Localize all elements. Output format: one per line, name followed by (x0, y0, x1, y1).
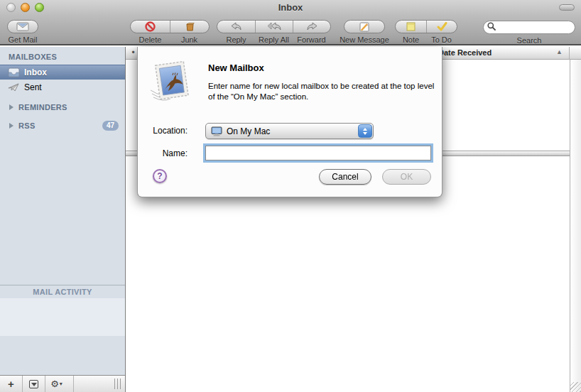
note-icon (406, 22, 416, 31)
mail-window: Inbox Get Mail Delete Junk (0, 0, 581, 392)
forward-icon (306, 22, 318, 31)
disclosure-triangle-icon[interactable] (9, 123, 13, 129)
junk-button[interactable] (170, 21, 209, 33)
mail-activity-content (0, 298, 125, 336)
new-message-icon (344, 21, 384, 33)
sidebar-resize-handle[interactable] (114, 379, 121, 389)
delete-junk-group: Delete Junk (130, 20, 210, 44)
dialog-title: New Mailbox (208, 62, 264, 73)
forward-button[interactable] (293, 21, 330, 33)
vertical-scrollbar[interactable] (570, 60, 581, 392)
window-resize-grip[interactable] (570, 382, 581, 392)
mail-app-icon (148, 58, 197, 107)
search-box: Search (483, 20, 575, 45)
disclosure-triangle-icon[interactable] (9, 104, 13, 110)
toolbar-toggle-button[interactable] (559, 4, 575, 11)
sidebar-item-sent[interactable]: Sent (0, 80, 125, 94)
mailbox-name-input[interactable] (205, 146, 431, 160)
mail-activity-header: MAIL ACTIVITY (0, 285, 125, 298)
to-do-icon (437, 22, 447, 31)
junk-icon (185, 21, 195, 32)
note-todo-group: Note To Do (395, 20, 457, 44)
reply-all-icon (267, 22, 281, 31)
get-mail-icon (8, 21, 38, 33)
rss-count-badge: 47 (102, 121, 119, 131)
new-message-button[interactable]: New Message (336, 20, 393, 44)
to-do-button[interactable] (426, 21, 457, 33)
dialog-message: Enter name for new local mailbox to be c… (208, 81, 437, 102)
mail-activity-panel: MAIL ACTIVITY (0, 285, 125, 375)
search-icon (487, 22, 496, 31)
sort-ascending-icon: ▲ (556, 48, 563, 55)
computer-icon (211, 126, 222, 136)
action-menu-button[interactable]: ⚙▾ (45, 376, 67, 392)
sidebar-group-reminders[interactable]: REMINDERS (0, 101, 125, 113)
date-received-column-header[interactable]: Date Received (438, 48, 492, 57)
delete-icon (145, 21, 156, 32)
location-label: Location: (132, 126, 188, 136)
delete-button[interactable] (131, 21, 170, 33)
sidebar-group-rss[interactable]: RSS 47 (0, 119, 125, 131)
popup-stepper-icon (358, 124, 372, 138)
name-label: Name: (132, 148, 188, 158)
reader-pane-icon (29, 380, 38, 388)
search-input[interactable] (483, 21, 575, 34)
mailboxes-header: MAILBOXES (9, 53, 57, 61)
note-button[interactable] (396, 21, 426, 33)
inbox-icon (8, 67, 20, 77)
location-popup[interactable]: On My Mac (205, 123, 374, 139)
gear-icon: ⚙ (50, 379, 59, 389)
sidebar-bottom-bar: + ⚙▾ (0, 375, 125, 392)
reply-all-button[interactable] (255, 21, 293, 33)
window-title: Inbox (0, 2, 581, 13)
reply-button[interactable] (217, 21, 255, 33)
sidebar: MAILBOXES Inbox Sent REMINDERS RSS (0, 47, 126, 392)
sent-icon (8, 83, 20, 92)
reply-icon (230, 22, 242, 31)
help-button[interactable]: ? (153, 169, 167, 183)
ok-button[interactable]: OK (382, 169, 431, 185)
get-mail-button[interactable]: Get Mail (7, 20, 38, 44)
new-mailbox-dialog: New Mailbox Enter name for new local mai… (137, 47, 442, 197)
location-value: On My Mac (227, 126, 270, 136)
toolbar: Get Mail Delete Junk (0, 16, 581, 45)
show-reader-button[interactable] (23, 376, 45, 392)
titlebar: Inbox (0, 0, 581, 16)
chevron-down-icon: ▾ (60, 381, 63, 387)
reply-group: Reply Reply All Forward (217, 20, 331, 44)
sidebar-item-inbox[interactable]: Inbox (0, 65, 125, 80)
add-mailbox-button[interactable]: + (0, 376, 22, 392)
cancel-button[interactable]: Cancel (319, 169, 371, 185)
